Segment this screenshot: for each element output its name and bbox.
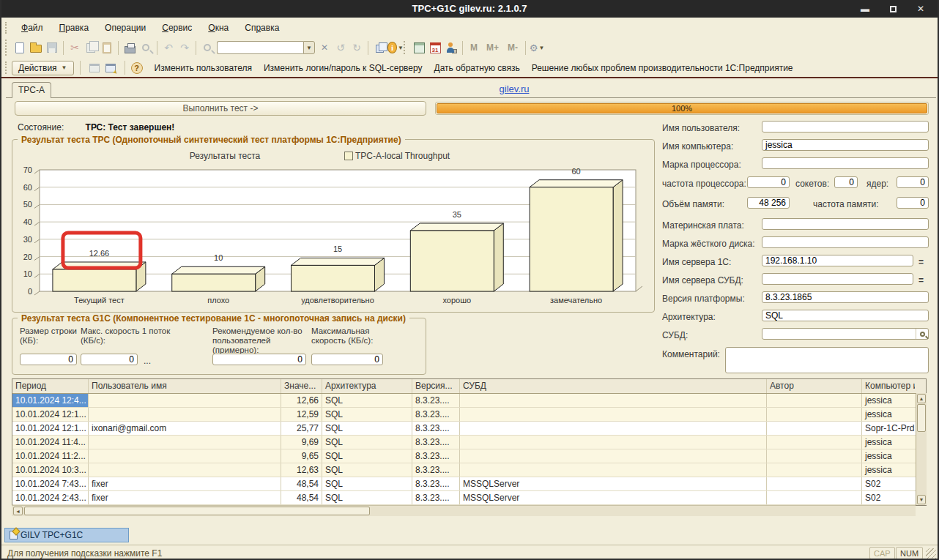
find-previous-button[interactable]: ↺ bbox=[333, 40, 349, 56]
column-header-value[interactable]: Значе... bbox=[281, 379, 322, 393]
table-row[interactable]: 10.01.2024 11:4...9,69SQL8.3.23....jessi… bbox=[12, 436, 926, 449]
find-button[interactable] bbox=[199, 40, 215, 56]
column-header-dbms[interactable]: СУБД bbox=[460, 379, 767, 393]
motherboard-field[interactable] bbox=[762, 218, 929, 230]
undo-button[interactable]: ↶ bbox=[160, 40, 177, 56]
close-button[interactable]: ✕ bbox=[910, 0, 932, 18]
comment-field[interactable] bbox=[725, 347, 929, 373]
horizontal-scroll-thumb[interactable] bbox=[24, 507, 370, 515]
service-settings-button[interactable]: ⚙▼ bbox=[529, 40, 545, 56]
menu-service[interactable]: Сервис bbox=[154, 20, 200, 35]
server-1c-label: Имя сервера 1С: bbox=[662, 257, 731, 267]
help-icon[interactable]: ? bbox=[131, 62, 143, 74]
column-header-period[interactable]: Период bbox=[12, 379, 89, 393]
table-row[interactable]: 10.01.2024 12:1...ixonari@gmail.com25,77… bbox=[12, 422, 926, 436]
paste-button[interactable] bbox=[99, 40, 115, 56]
scroll-left-arrow[interactable]: ◄ bbox=[13, 507, 23, 515]
equals-label: = bbox=[918, 275, 924, 285]
table-row[interactable]: 10.01.2024 12:4...12,66SQL8.3.23....jess… bbox=[12, 394, 926, 408]
change-sql-login-link[interactable]: Изменить логин/пароль к SQL-серверу bbox=[258, 63, 428, 73]
toolbar-grip[interactable] bbox=[5, 61, 7, 74]
menu-file[interactable]: Файл bbox=[13, 20, 51, 35]
dbms-select-button[interactable] bbox=[916, 329, 928, 339]
search-input[interactable] bbox=[217, 41, 303, 54]
scroll-up-arrow[interactable]: ▲ bbox=[917, 394, 926, 403]
output-list-button[interactable] bbox=[103, 60, 119, 76]
vertical-scroll-thumb[interactable] bbox=[917, 404, 926, 432]
server-dbms-field[interactable] bbox=[762, 273, 913, 285]
save-list-button[interactable] bbox=[86, 60, 103, 76]
cpu-brand-field[interactable] bbox=[762, 157, 929, 169]
platform-field[interactable] bbox=[762, 291, 929, 303]
close-icon: ✕ bbox=[321, 43, 328, 52]
menu-windows[interactable]: Окна bbox=[200, 20, 237, 35]
cores-field[interactable] bbox=[897, 176, 929, 188]
search-dropdown-button[interactable]: ▼ bbox=[303, 41, 315, 54]
table-row[interactable]: 10.01.2024 10:3...12,63SQL8.3.23....jess… bbox=[12, 463, 926, 477]
resize-grip[interactable] bbox=[926, 548, 936, 559]
print-preview-button[interactable] bbox=[138, 40, 154, 56]
calendar-button[interactable]: 31 bbox=[427, 40, 443, 56]
feedback-link[interactable]: Дать обратную связь bbox=[428, 63, 526, 73]
vertical-scrollbar[interactable]: ▲ ▼ bbox=[916, 393, 927, 505]
memory-recall-button[interactable]: M bbox=[466, 42, 482, 53]
max-speed-field[interactable] bbox=[311, 354, 383, 365]
open-button[interactable] bbox=[28, 40, 44, 56]
maximize-button[interactable] bbox=[882, 0, 904, 18]
copy-button[interactable] bbox=[83, 40, 99, 56]
gilev-ru-link[interactable]: gilev.ru bbox=[470, 83, 558, 94]
run-test-button[interactable]: Выполнить тест -> bbox=[15, 101, 426, 116]
tab-tpc-a[interactable]: TPC-A bbox=[12, 82, 51, 98]
menu-operations[interactable]: Операции bbox=[97, 20, 154, 35]
rec-users-field[interactable] bbox=[212, 354, 306, 365]
memory-plus-button[interactable]: M+ bbox=[482, 42, 503, 53]
computer-name-field[interactable] bbox=[762, 139, 929, 151]
scroll-down-arrow[interactable]: ▼ bbox=[917, 495, 926, 504]
window-tab-gilv[interactable]: GILV TPC+G1C bbox=[4, 528, 129, 542]
menu-help[interactable]: Справка bbox=[237, 20, 287, 35]
minimize-button[interactable]: ▬ bbox=[854, 0, 876, 18]
save-button[interactable] bbox=[44, 40, 60, 56]
table-row[interactable]: 10.01.2024 7:43...fixer48,54SQL8.3.23...… bbox=[12, 477, 926, 491]
column-header-computer[interactable]: Компьютер им bbox=[862, 379, 915, 393]
calculator-button[interactable] bbox=[411, 40, 427, 56]
menu-edit[interactable]: Правка bbox=[51, 20, 97, 35]
svg-text:60: 60 bbox=[571, 167, 580, 176]
arch-field[interactable] bbox=[762, 310, 929, 321]
row-size-field[interactable] bbox=[20, 354, 77, 365]
dbms-field[interactable] bbox=[762, 328, 929, 340]
column-header-arch[interactable]: Архитектура bbox=[322, 379, 412, 393]
print-icon bbox=[125, 46, 136, 53]
change-user-button[interactable] bbox=[443, 40, 459, 56]
table-row[interactable]: 10.01.2024 11:2...9,65SQL8.3.23....jessi… bbox=[12, 449, 926, 463]
ram-freq-field[interactable] bbox=[897, 197, 929, 209]
toolbar-grip[interactable] bbox=[5, 22, 7, 34]
horizontal-scrollbar[interactable]: ◄ bbox=[12, 505, 916, 516]
new-document-button[interactable] bbox=[12, 40, 28, 56]
print-button[interactable] bbox=[122, 40, 138, 56]
toolbar-grip[interactable] bbox=[404, 41, 405, 54]
change-user-link[interactable]: Изменить пользователя bbox=[149, 63, 258, 73]
actions-menu-button[interactable]: Действия▼ bbox=[12, 61, 74, 75]
copy-windows-button[interactable] bbox=[371, 40, 387, 56]
table-row[interactable]: 10.01.2024 12:1...12,59SQL8.3.23....jess… bbox=[12, 408, 926, 422]
toolbar-grip[interactable] bbox=[5, 40, 7, 56]
cut-button[interactable]: ✂ bbox=[67, 40, 83, 56]
hdd-field[interactable] bbox=[762, 236, 929, 248]
performance-solutions-link[interactable]: Решение любых проблем производительности… bbox=[526, 63, 799, 73]
column-header-author[interactable]: Автор bbox=[767, 379, 862, 393]
ram-field[interactable] bbox=[747, 197, 790, 209]
clear-search-button[interactable]: ✕ bbox=[316, 40, 333, 56]
table-row[interactable]: 10.01.2024 2:43...fixer48,54SQL8.3.23...… bbox=[12, 491, 926, 505]
find-next-button[interactable]: ↻ bbox=[349, 40, 365, 56]
redo-button[interactable]: ↷ bbox=[177, 40, 193, 56]
info-button[interactable]: i▼ bbox=[387, 40, 404, 56]
sockets-field[interactable] bbox=[834, 176, 858, 188]
memory-minus-button[interactable]: M- bbox=[503, 42, 522, 53]
user-name-field[interactable] bbox=[762, 121, 929, 132]
max-speed-1-field[interactable] bbox=[81, 354, 138, 365]
server-1c-field[interactable] bbox=[762, 255, 913, 266]
column-header-version[interactable]: Версия... bbox=[412, 379, 460, 393]
cpu-freq-field[interactable] bbox=[747, 176, 790, 188]
column-header-user[interactable]: Пользователь имя bbox=[89, 379, 281, 393]
